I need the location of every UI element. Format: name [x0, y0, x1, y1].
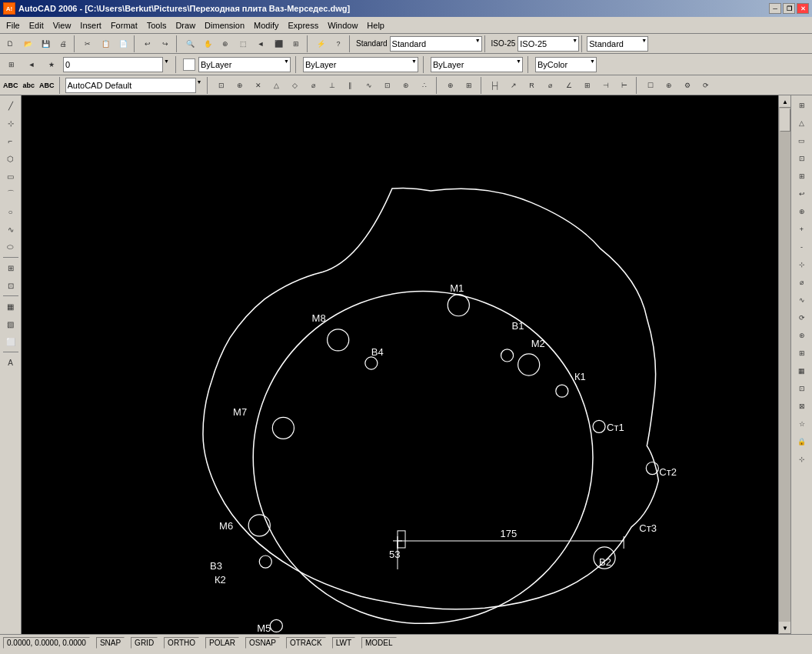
obj-snap-5[interactable]: ◇: [287, 77, 304, 94]
menu-item-edit[interactable]: Edit: [25, 19, 48, 32]
rt-btn-17[interactable]: ⊡: [794, 380, 810, 397]
update-dim-btn[interactable]: ⟳: [697, 77, 714, 94]
zoom-window-btn[interactable]: ⬚: [235, 35, 251, 52]
rt-btn-7[interactable]: ⊕: [794, 203, 810, 220]
polar-toggle[interactable]: POLAR: [205, 637, 239, 649]
lineweight-combo[interactable]: [431, 57, 523, 72]
color-combo-wrap[interactable]: [198, 57, 291, 72]
undo-btn[interactable]: ↩: [139, 35, 156, 52]
draw-arc-btn[interactable]: ⌒: [2, 185, 19, 202]
copy-btn[interactable]: 📋: [97, 35, 114, 52]
zoom-btn[interactable]: 🔍: [181, 35, 198, 52]
menu-item-tools[interactable]: Tools: [142, 19, 171, 32]
text-style-combo[interactable]: [390, 36, 482, 52]
drawing-canvas[interactable]: M1 M8 В4 В1 М2 К1 М7 Ст1 Ст2 Ст3 М6 В3 К…: [22, 95, 778, 634]
menu-item-dimension[interactable]: Dimension: [200, 19, 249, 32]
pan-btn[interactable]: ✋: [199, 35, 216, 52]
otrack-toggle[interactable]: OTRACK: [286, 637, 326, 649]
dim-radius-btn[interactable]: R: [524, 77, 541, 94]
zoom-all-btn[interactable]: ⊞: [288, 35, 304, 52]
color-combo[interactable]: [198, 57, 291, 72]
menu-item-draw[interactable]: Draw: [171, 19, 200, 32]
dim-style-mgr-btn[interactable]: ⚙: [679, 77, 696, 94]
rt-btn-14[interactable]: ⊛: [794, 327, 810, 344]
rt-btn-5[interactable]: ⊞: [794, 168, 810, 185]
cut-btn[interactable]: ✂: [79, 35, 96, 52]
paste-btn[interactable]: 📄: [115, 35, 131, 52]
obj-snap-12[interactable]: ∴: [416, 77, 433, 94]
hatch-btn[interactable]: ▦: [2, 298, 19, 315]
quick-calc-btn[interactable]: ⊞: [461, 77, 478, 94]
draw-line-btn[interactable]: ╱: [2, 97, 19, 114]
dim-style-combo[interactable]: [517, 36, 579, 52]
mtext-btn[interactable]: A: [2, 354, 19, 371]
redo-btn[interactable]: ↪: [157, 35, 174, 52]
zoom-prev-btn[interactable]: ◄: [252, 35, 269, 52]
rt-btn-20[interactable]: 🔒: [794, 433, 810, 450]
obj-snap-10[interactable]: ⊡: [379, 77, 396, 94]
zoom-realtime-btn[interactable]: ⊕: [217, 35, 234, 52]
rt-btn-15[interactable]: ⊞: [794, 345, 810, 362]
snap-toggle[interactable]: SNAP: [96, 637, 125, 649]
menu-item-express[interactable]: Express: [283, 19, 323, 32]
rt-btn-11[interactable]: ⌀: [794, 274, 810, 291]
draw-spline-btn[interactable]: ∿: [2, 221, 19, 238]
print-btn[interactable]: 🖨: [55, 35, 72, 52]
rt-btn-21[interactable]: ⊹: [794, 451, 810, 468]
zoom-extent-btn[interactable]: ⬛: [270, 35, 287, 52]
rt-btn-18[interactable]: ⊠: [794, 398, 810, 415]
menu-item-window[interactable]: Window: [323, 19, 362, 32]
grid-toggle[interactable]: GRID: [131, 637, 158, 649]
plot-color-combo-wrap[interactable]: [535, 57, 597, 72]
obj-snap-8[interactable]: ∥: [342, 77, 359, 94]
window-controls[interactable]: ─ ❐ ✕: [769, 3, 809, 14]
lwt-toggle[interactable]: LWT: [332, 637, 355, 649]
menu-item-file[interactable]: File: [2, 19, 25, 32]
obj-snap-6[interactable]: ⌀: [305, 77, 322, 94]
center-btn[interactable]: ⊕: [661, 77, 677, 94]
color-btn[interactable]: [183, 58, 195, 71]
draw-xline-btn[interactable]: ⊹: [2, 115, 19, 132]
rt-btn-13[interactable]: ⟳: [794, 309, 810, 326]
win-close-btn[interactable]: ✕: [797, 3, 809, 14]
plot-color-combo[interactable]: [535, 57, 597, 72]
tol-btn[interactable]: ☐: [642, 77, 659, 94]
rt-btn-8[interactable]: +: [794, 221, 810, 238]
dim-diam-btn[interactable]: ⌀: [542, 77, 559, 94]
dim-base-btn[interactable]: ⊣: [597, 77, 614, 94]
rt-btn-10[interactable]: ⊹: [794, 256, 810, 273]
dim-linear-btn[interactable]: ├┤: [487, 77, 504, 94]
dim-cont-btn[interactable]: ⊢: [616, 77, 633, 94]
menu-item-modify[interactable]: Modify: [249, 19, 283, 32]
help-btn[interactable]: ?: [330, 35, 347, 52]
layer-prev-btn[interactable]: ◄: [23, 56, 40, 73]
rt-btn-19[interactable]: ☆: [794, 415, 810, 432]
obj-snap-11[interactable]: ⊛: [398, 77, 414, 94]
dim-qd-btn[interactable]: ⊞: [579, 77, 596, 94]
rt-btn-4[interactable]: ⊡: [794, 150, 810, 167]
linetype-combo-wrap[interactable]: [303, 57, 418, 72]
vertical-scrollbar[interactable]: ▲ ▼: [778, 95, 790, 634]
new-btn[interactable]: 🗋: [2, 35, 18, 52]
obj-snap-2[interactable]: ⊕: [231, 77, 248, 94]
insert-block-btn[interactable]: ⊞: [2, 259, 19, 276]
dim-aligned-btn[interactable]: ↗: [505, 77, 522, 94]
match-prop-btn[interactable]: ⚡: [312, 35, 329, 52]
dim-angle-btn[interactable]: ∠: [561, 77, 577, 94]
acad-style-combo[interactable]: [65, 78, 196, 93]
rt-btn-6[interactable]: ↩: [794, 185, 810, 202]
rt-btn-16[interactable]: ▦: [794, 362, 810, 379]
obj-snap-3[interactable]: ✕: [250, 77, 267, 94]
layer-combo[interactable]: [63, 57, 163, 72]
draw-circle-btn[interactable]: ○: [2, 203, 19, 220]
open-btn[interactable]: 📂: [19, 35, 36, 52]
osnap-toggle[interactable]: OSNAP: [245, 637, 280, 649]
win-minimize-btn[interactable]: ─: [769, 3, 781, 14]
draw-ellipse-btn[interactable]: ⬭: [2, 239, 19, 255]
obj-snap-4[interactable]: △: [268, 77, 285, 94]
rt-btn-2[interactable]: △: [794, 115, 810, 132]
rt-btn-12[interactable]: ∿: [794, 292, 810, 309]
polar-snap-btn[interactable]: ⊕: [442, 77, 459, 94]
obj-snap-9[interactable]: ∿: [361, 77, 378, 94]
scroll-up-btn[interactable]: ▲: [779, 95, 791, 108]
